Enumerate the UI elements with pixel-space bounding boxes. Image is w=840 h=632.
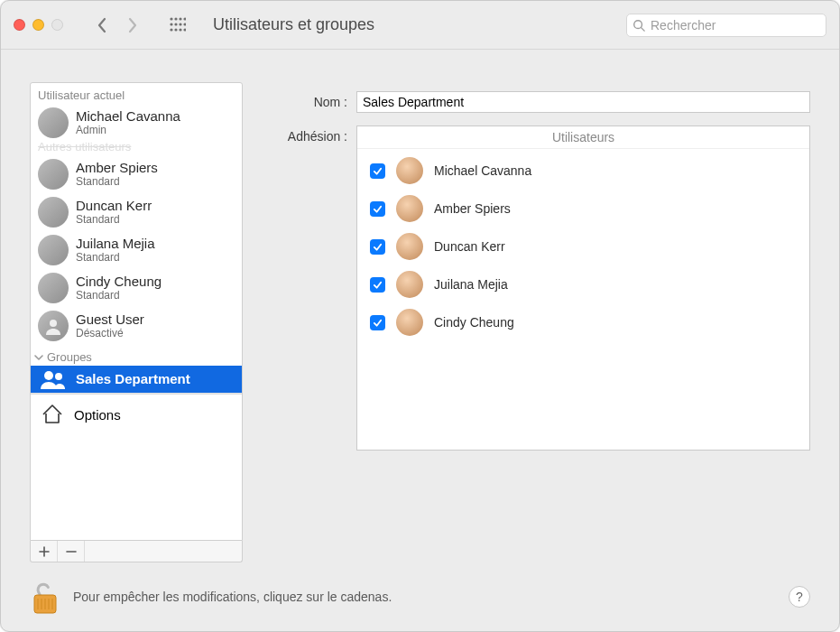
svg-point-5 [174,23,177,25]
close-window-button[interactable] [14,19,25,31]
sidebar-item-group-selected[interactable]: Sales Department [31,366,242,393]
sidebar-item-user[interactable]: Juilana Mejia Standard [31,231,242,269]
detail-pane: Nom : Adhésion : Utilisateurs Michael Ca… [259,82,810,562]
member-name: Michael Cavanna [434,163,531,178]
avatar [396,233,423,260]
traffic-lights [14,19,63,31]
avatar [396,195,423,222]
section-groups-label: Groupes [47,350,92,364]
options-label: Options [74,407,121,423]
search-placeholder: Rechercher [651,18,715,33]
sidebar-controls [30,541,243,562]
user-role: Admin [76,125,180,137]
chevron-down-icon [34,353,43,362]
member-name: Duncan Kerr [434,239,505,254]
user-name: Guest User [76,311,144,327]
users-sidebar: Utilisateur actuel Michael Cavanna Admin… [30,82,243,541]
lock-text: Pour empêcher les modifications, cliquez… [73,590,392,604]
section-other-users-muted: Autres utilisateurs [31,140,242,155]
footer: Pour empêcher les modifications, cliquez… [30,579,810,615]
sidebar-item-guest[interactable]: Guest User Désactivé [31,307,242,345]
house-icon [40,402,65,427]
member-row[interactable]: Duncan Kerr [366,230,800,263]
user-name: Cindy Cheung [76,274,162,289]
svg-point-8 [170,28,172,31]
svg-point-3 [183,17,186,20]
member-row[interactable]: Amber Spiers [366,192,800,225]
user-name: Amber Spiers [76,160,158,175]
user-role: Désactivé [76,328,144,340]
preferences-window: Utilisateurs et groupes Rechercher Utili… [0,0,840,632]
svg-point-16 [55,373,62,380]
member-name: Juilana Mejia [434,277,508,292]
svg-point-15 [44,371,53,380]
avatar [38,273,69,303]
checkbox-checked[interactable] [370,163,385,179]
user-role: Standard [76,252,155,265]
checkbox-checked[interactable] [370,201,385,217]
titlebar: Utilisateurs et groupes Rechercher [1,1,839,50]
user-role: Standard [76,176,158,189]
user-name: Juilana Mejia [76,236,155,251]
minimize-window-button[interactable] [32,19,44,31]
avatar [396,271,423,298]
svg-point-1 [174,17,177,20]
user-role: Standard [76,290,162,302]
plus-icon [39,546,50,557]
avatar [38,107,69,138]
member-name: Amber Spiers [434,201,511,216]
login-options-button[interactable]: Options [31,394,242,434]
svg-point-4 [170,23,172,25]
avatar [38,159,69,190]
show-all-prefs-button[interactable] [164,13,191,38]
svg-point-2 [179,17,181,20]
nav-arrows [87,13,148,38]
svg-point-11 [183,28,186,31]
svg-point-7 [183,23,186,25]
sidebar-item-user[interactable]: Duncan Kerr Standard [31,193,242,231]
section-current-user: Utilisateur actuel [31,83,242,104]
sidebar-item-user[interactable]: Amber Spiers Standard [31,155,242,193]
svg-point-14 [50,320,57,327]
member-row[interactable]: Michael Cavanna [366,154,800,187]
user-role: Standard [76,214,152,227]
members-label: Adhésion : [259,125,347,144]
member-name: Cindy Cheung [434,315,514,330]
search-input[interactable]: Rechercher [626,14,826,37]
forward-button[interactable] [117,13,148,38]
help-label: ? [796,590,803,604]
back-button[interactable] [87,13,117,38]
user-name: Michael Cavanna [76,108,180,124]
avatar-guest-icon [38,311,69,341]
svg-point-9 [174,28,177,31]
window-title: Utilisateurs et groupes [213,15,374,34]
lock-button[interactable] [30,579,62,615]
checkbox-checked[interactable] [370,277,385,293]
avatar [38,197,69,228]
group-name: Sales Department [76,371,190,386]
group-icon [38,369,69,389]
svg-point-6 [179,23,181,25]
minus-icon [66,546,77,557]
sidebar-item-current-user[interactable]: Michael Cavanna Admin [31,104,242,142]
sidebar-item-user[interactable]: Cindy Cheung Standard [31,269,242,307]
members-box: Utilisateurs Michael Cavanna Amber Spier… [356,125,810,451]
section-groups[interactable]: Groupes [31,345,242,366]
zoom-window-button-disabled [51,19,63,31]
add-user-button[interactable] [31,541,58,562]
avatar [396,309,423,336]
help-button[interactable]: ? [789,586,810,608]
checkbox-checked[interactable] [370,239,385,255]
avatar [396,157,423,184]
svg-point-10 [179,28,181,31]
checkbox-checked[interactable] [370,315,385,330]
name-label: Nom : [259,91,347,109]
svg-line-13 [642,27,645,31]
lock-open-icon [30,581,60,615]
search-icon [632,19,645,32]
avatar [38,235,69,265]
member-row[interactable]: Cindy Cheung [366,306,800,339]
remove-user-button[interactable] [58,541,85,562]
group-name-input[interactable] [356,91,810,113]
member-row[interactable]: Juilana Mejia [366,268,800,301]
